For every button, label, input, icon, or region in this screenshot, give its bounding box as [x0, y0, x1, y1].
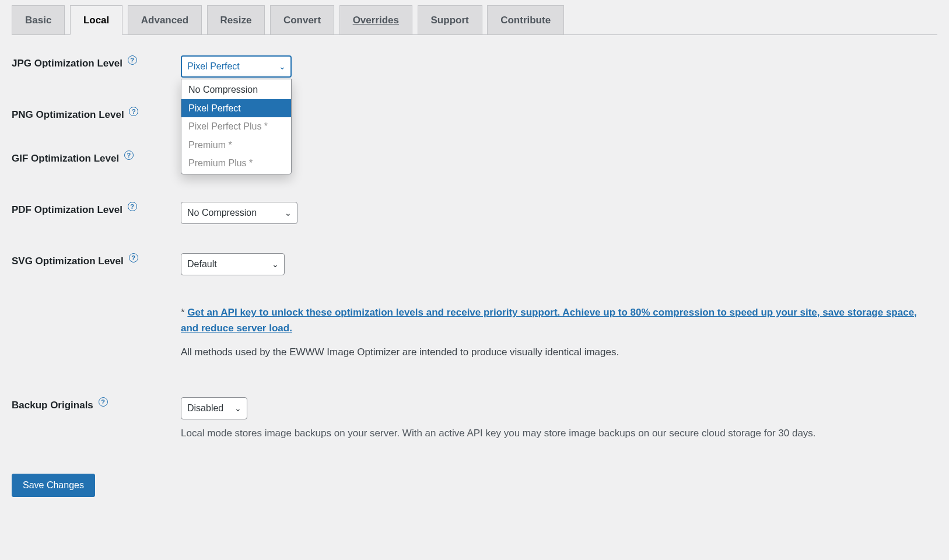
tab-overrides[interactable]: Overrides	[339, 5, 412, 34]
backup-select[interactable]: Disabled	[181, 397, 247, 419]
jpg-level-options: No Compression Pixel Perfect Pixel Perfe…	[181, 79, 292, 174]
option-premium-plus[interactable]: Premium Plus *	[181, 154, 291, 173]
tab-basic[interactable]: Basic	[12, 5, 65, 34]
tab-bar: Basic Local Advanced Resize Convert Over…	[12, 0, 937, 35]
help-icon[interactable]: ?	[124, 150, 134, 160]
note-prefix: *	[181, 307, 187, 318]
help-icon[interactable]: ?	[128, 202, 137, 211]
option-pixel-perfect[interactable]: Pixel Perfect	[181, 99, 291, 118]
tab-local[interactable]: Local	[70, 5, 122, 35]
pdf-level-select[interactable]: No Compression	[181, 202, 297, 224]
tab-resize[interactable]: Resize	[207, 5, 265, 34]
tab-contribute[interactable]: Contribute	[487, 5, 564, 34]
option-premium[interactable]: Premium *	[181, 136, 291, 155]
jpg-level-label: JPG Optimization Level	[12, 58, 122, 69]
gif-level-label: GIF Optimization Level	[12, 152, 119, 163]
jpg-level-select[interactable]: Pixel Perfect	[181, 55, 292, 78]
tab-support[interactable]: Support	[418, 5, 482, 34]
option-pixel-perfect-plus[interactable]: Pixel Perfect Plus *	[181, 117, 291, 136]
svg-level-label: SVG Optimization Level	[12, 255, 124, 266]
help-icon[interactable]: ?	[129, 107, 138, 116]
tab-convert[interactable]: Convert	[270, 5, 334, 34]
help-icon[interactable]: ?	[128, 55, 137, 65]
pdf-level-label: PDF Optimization Level	[12, 204, 122, 215]
help-icon[interactable]: ?	[99, 397, 108, 407]
save-button[interactable]: Save Changes	[12, 474, 95, 497]
option-no-compression[interactable]: No Compression	[181, 80, 291, 99]
api-key-link[interactable]: Get an API key to unlock these optimizat…	[181, 307, 917, 334]
tab-advanced[interactable]: Advanced	[128, 5, 202, 34]
svg-level-select[interactable]: Default	[181, 253, 285, 275]
backup-description: Local mode stores image backups on your …	[181, 425, 932, 441]
backup-label: Backup Originals	[12, 400, 93, 411]
methods-note: All methods used by the EWWW Image Optim…	[181, 344, 932, 360]
help-icon[interactable]: ?	[129, 253, 138, 262]
png-level-label: PNG Optimization Level	[12, 109, 124, 120]
